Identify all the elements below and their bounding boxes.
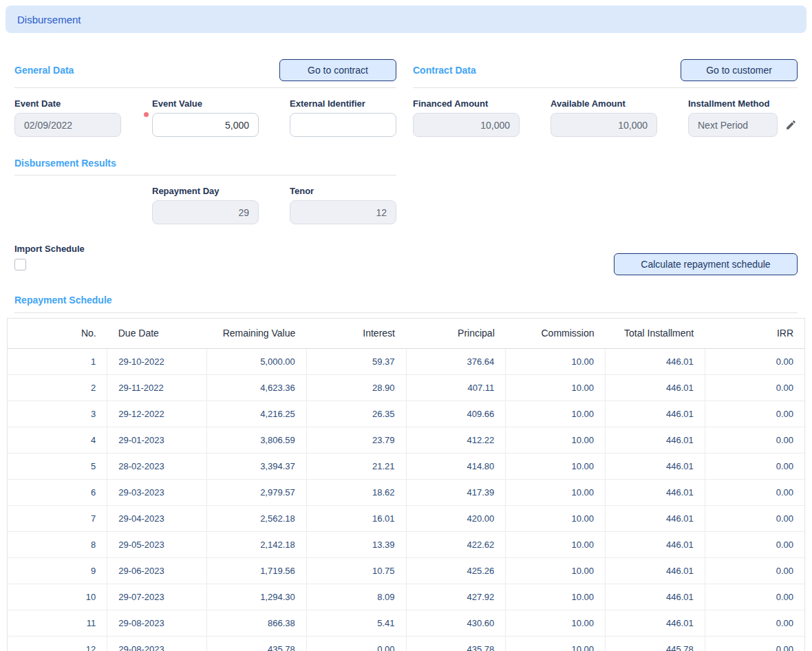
event-value-input[interactable] [152,113,259,137]
results-spacer [14,186,121,224]
edit-pencil-icon[interactable] [784,118,798,132]
available-amount-label: Available Amount [551,98,657,109]
go-to-customer-button[interactable]: Go to customer [681,59,798,81]
contract-data-title: Contract Data [413,65,476,76]
cell-commission: 10.00 [506,401,606,427]
cell-irr: 0.00 [705,584,804,610]
table-row[interactable]: 429-01-20233,806.5923.79412.2210.00446.0… [8,427,804,453]
go-to-contract-button[interactable]: Go to contract [279,59,396,81]
cell-principal: 409.66 [406,401,506,427]
external-identifier-input[interactable] [290,113,396,137]
cell-principal: 430.60 [406,610,506,636]
table-row[interactable]: 229-11-20224,623.3628.90407.1110.00446.0… [8,374,804,401]
table-row[interactable]: 729-04-20232,562.1816.01420.0010.00446.0… [8,505,804,531]
available-amount-wrap [551,113,657,137]
cell-due-date: 29-08-2023 [107,610,207,636]
cell-irr: 0.00 [705,453,804,479]
available-amount-input[interactable] [551,113,657,137]
table-row[interactable]: 1229-08-2023435.780.00435.7810.00445.780… [8,636,804,651]
cell-remaining-value: 1,719.56 [207,557,307,584]
cell-commission: 10.00 [506,348,606,374]
tenor-input[interactable] [290,200,396,224]
cell-total-installment: 446.01 [606,584,705,610]
table-row[interactable]: 829-05-20232,142.1813.39422.6210.00446.0… [8,531,804,557]
cell-commission: 10.00 [506,479,606,505]
column-header-commission[interactable]: Commission [506,319,606,348]
column-header-interest[interactable]: Interest [306,319,406,348]
contract-data-fields: Financed Amount Available Amount Install… [413,98,798,137]
cell-due-date: 29-04-2023 [107,505,207,531]
cell-due-date: 29-11-2022 [107,374,207,401]
column-header-due-date[interactable]: Due Date [107,319,207,348]
calculate-repayment-schedule-button[interactable]: Calculate repayment schedule [614,253,798,275]
cell-due-date: 28-02-2023 [107,453,207,479]
table-row[interactable]: 129-10-20225,000.0059.37376.6410.00446.0… [8,348,804,374]
cell-no: 9 [8,557,107,584]
event-date-input[interactable] [14,113,121,137]
cell-principal: 417.39 [406,479,506,505]
cell-interest: 5.41 [306,610,406,636]
event-date-field-group: Event Date [14,98,121,137]
external-identifier-label: External Identifier [290,98,396,109]
cell-interest: 59.37 [306,348,406,374]
schedule-actions-row: Import Schedule Calculate repayment sche… [14,244,798,275]
financed-amount-field-group: Financed Amount [413,98,520,137]
cell-interest: 23.79 [306,427,406,453]
import-schedule-checkbox[interactable] [14,259,26,270]
cell-irr: 0.00 [705,348,804,374]
general-data-header: General Data Go to contract [14,59,396,88]
cell-commission: 10.00 [506,374,606,401]
table-row[interactable]: 1129-08-2023866.385.41430.6010.00446.010… [8,610,804,636]
column-header-principal[interactable]: Principal [406,319,506,348]
cell-remaining-value: 435.78 [207,636,307,651]
repayment-day-input[interactable] [152,200,259,224]
cell-total-installment: 446.01 [606,479,705,505]
page-header-banner: Disbursement [6,6,806,33]
cell-no: 2 [8,374,107,401]
financed-amount-input[interactable] [413,113,520,137]
cell-due-date: 29-12-2022 [107,401,207,427]
cell-principal: 407.11 [406,374,506,401]
tenor-field-group: Tenor [290,186,396,224]
external-identifier-wrap [290,113,396,137]
cell-due-date: 29-07-2023 [107,584,207,610]
header-row: No.Due DateRemaining ValueInterestPrinci… [8,319,804,348]
column-header-remaining-value[interactable]: Remaining Value [207,319,307,348]
cell-remaining-value: 2,142.18 [207,531,307,557]
cell-commission: 10.00 [506,584,606,610]
table-row[interactable]: 929-06-20231,719.5610.75425.2610.00446.0… [8,557,804,584]
cell-principal: 420.00 [406,505,506,531]
cell-remaining-value: 2,979.57 [207,479,307,505]
contract-data-section: Contract Data Go to customer Financed Am… [413,39,798,224]
repayment-day-field-group: Repayment Day [152,186,259,224]
table-row[interactable]: 528-02-20233,394.3721.21414.8010.00446.0… [8,453,804,479]
installment-method-input[interactable] [688,113,778,137]
repayment-schedule-table-container: No.Due DateRemaining ValueInterestPrinci… [7,318,805,651]
cell-irr: 0.00 [705,401,804,427]
event-value-wrap [152,113,259,137]
event-date-label: Event Date [14,98,121,109]
available-amount-field-group: Available Amount [551,98,657,137]
cell-total-installment: 446.01 [606,427,705,453]
table-row[interactable]: 629-03-20232,979.5718.62417.3910.00446.0… [8,479,804,505]
cell-irr: 0.00 [705,531,804,557]
general-data-section: General Data Go to contract Event Date E… [14,39,396,224]
table-row[interactable]: 329-12-20224,216.2526.35409.6610.00446.0… [8,401,804,427]
cell-no: 5 [8,453,107,479]
table-row[interactable]: 1029-07-20231,294.308.09427.9210.00446.0… [8,584,804,610]
cell-commission: 10.00 [506,427,606,453]
installment-method-field-group: Installment Method [688,98,798,137]
page-title: Disbursement [17,14,81,25]
cell-total-installment: 446.01 [606,374,705,401]
cell-irr: 0.00 [705,610,804,636]
column-header-total-installment[interactable]: Total Installment [606,319,705,348]
general-data-fields: Event Date Event Value External Identifi… [14,98,396,137]
cell-interest: 28.90 [306,374,406,401]
tenor-label: Tenor [290,186,396,196]
event-value-label: Event Value [152,98,259,109]
cell-interest: 13.39 [306,531,406,557]
column-header-irr[interactable]: IRR [705,319,804,348]
cell-remaining-value: 4,216.25 [207,401,307,427]
event-value-field-group: Event Value [152,98,259,137]
column-header-no[interactable]: No. [8,319,107,348]
